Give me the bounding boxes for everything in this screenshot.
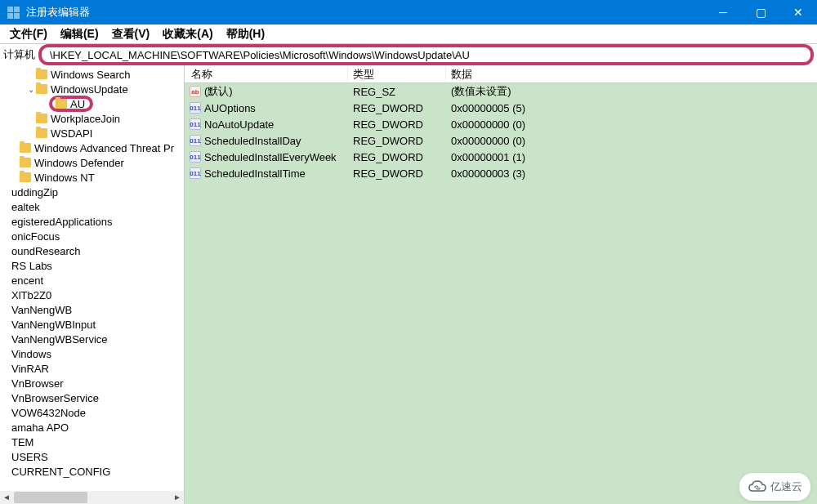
tree-label: ealtek (11, 201, 40, 213)
tree-item[interactable]: Windows Search (0, 67, 184, 82)
maximize-button[interactable]: ▢ (742, 0, 779, 25)
string-value-icon: ab (190, 86, 201, 97)
value-row[interactable]: 011ScheduledInstallEveryWeekREG_DWORD0x0… (185, 149, 817, 165)
tree-item[interactable]: VanNengWB (0, 302, 184, 317)
tree-label: VnBrowserService (11, 392, 99, 404)
tree-item[interactable]: ⌄WindowsUpdate (0, 82, 184, 96)
tree-label: VOW6432Node (11, 407, 86, 419)
tree-item[interactable]: uddingZip (0, 185, 184, 199)
tree-label: USERS (11, 451, 48, 463)
values-panel: 名称 类型 数据 ab(默认)REG_SZ(数值未设置)011AUOptions… (185, 65, 817, 504)
tree-item[interactable]: WorkplaceJoin (0, 111, 184, 126)
tree-label: Windows Search (51, 69, 131, 81)
tree-item[interactable]: VinRAR (0, 361, 184, 376)
value-name: ScheduledInstallTime (204, 167, 306, 180)
dword-value-icon: 011 (190, 151, 201, 163)
folder-icon (36, 84, 47, 94)
tree-label: VanNengWBService (11, 333, 108, 346)
tree-label: WindowsUpdate (51, 83, 128, 96)
value-data: 0x00000000 (0) (446, 118, 817, 131)
menu-favorites[interactable]: 收藏来(A) (156, 27, 219, 42)
tree-label: Windows NT (34, 172, 95, 184)
tree-item[interactable]: VanNengWBInput (0, 317, 184, 332)
value-row[interactable]: 011ScheduledInstallDayREG_DWORD0x0000000… (185, 132, 817, 149)
address-label: 计算机 (3, 47, 38, 62)
value-type: REG_DWORD (348, 118, 446, 131)
tree-label: VinRAR (11, 363, 49, 375)
tree-label: VanNengWB (11, 304, 72, 316)
column-name[interactable]: 名称 (185, 67, 348, 82)
tree-label: Windows Defender (34, 157, 124, 169)
registry-tree[interactable]: Windows Search⌄WindowsUpdateAUWorkplaceJ… (0, 65, 185, 504)
app-icon (7, 6, 20, 19)
value-name: ScheduledInstallEveryWeek (204, 151, 337, 163)
value-row[interactable]: 011ScheduledInstallTimeREG_DWORD0x000000… (185, 165, 817, 181)
tree-item[interactable]: onicFocus (0, 229, 184, 243)
tree-item[interactable]: TEM (0, 435, 184, 449)
folder-icon (56, 99, 67, 109)
tree-label: egisteredApplications (11, 216, 113, 228)
menu-help[interactable]: 帮助(H) (220, 27, 271, 42)
scroll-left-icon[interactable]: ◄ (0, 491, 13, 504)
column-type[interactable]: 类型 (348, 67, 446, 82)
column-data[interactable]: 数据 (446, 67, 817, 82)
tree-label: onicFocus (11, 230, 60, 243)
tree-item[interactable]: VnBrowserService (0, 390, 184, 405)
menubar: 文件(F) 编辑(E) 查看(V) 收藏来(A) 帮助(H) (0, 25, 817, 44)
menu-file[interactable]: 文件(F) (3, 27, 54, 42)
values-header: 名称 类型 数据 (185, 65, 817, 83)
tree-item[interactable]: CURRENT_CONFIG (0, 464, 184, 479)
tree-item[interactable]: AU (0, 96, 184, 111)
folder-icon (36, 69, 47, 79)
tree-item[interactable]: egisteredApplications (0, 214, 184, 229)
tree-item[interactable]: Vindows (0, 346, 184, 361)
tree-item[interactable]: VnBrowser (0, 376, 184, 390)
cloud-icon (748, 479, 767, 494)
value-type: REG_DWORD (348, 151, 446, 163)
window-controls: ─ ▢ ✕ (704, 0, 817, 25)
value-name: (默认) (204, 84, 233, 99)
folder-icon (36, 128, 47, 138)
tree-item[interactable]: amaha APO (0, 420, 184, 435)
tree-item[interactable]: WSDAPI (0, 126, 184, 140)
minimize-button[interactable]: ─ (704, 0, 742, 25)
value-row[interactable]: 011NoAutoUpdateREG_DWORD0x00000000 (0) (185, 116, 817, 132)
value-name: AUOptions (204, 102, 256, 114)
address-input[interactable] (50, 49, 802, 61)
value-name: NoAutoUpdate (204, 118, 274, 131)
tree-scrollbar[interactable]: ◄ ► (0, 491, 184, 504)
tree-item[interactable]: VOW6432Node (0, 405, 184, 420)
tree-item[interactable]: Windows Advanced Threat Pr (0, 140, 184, 155)
close-button[interactable]: ✕ (779, 0, 817, 25)
tree-label: TEM (11, 436, 33, 448)
value-row[interactable]: ab(默认)REG_SZ(数值未设置) (185, 83, 817, 100)
dword-value-icon: 011 (190, 118, 201, 130)
tree-item[interactable]: Windows NT (0, 170, 184, 185)
scroll-right-icon[interactable]: ► (171, 491, 184, 504)
tree-item[interactable]: oundResearch (0, 243, 184, 258)
tree-label: encent (11, 274, 43, 287)
value-data: 0x00000001 (1) (446, 151, 817, 163)
tree-item[interactable]: VanNengWBService (0, 332, 184, 346)
value-name: ScheduledInstallDay (204, 135, 301, 147)
tree-label: Windows Advanced Threat Pr (34, 142, 174, 154)
tree-item[interactable]: RS Labs (0, 258, 184, 273)
tree-item[interactable]: encent (0, 273, 184, 288)
value-row[interactable]: 011AUOptionsREG_DWORD0x00000005 (5) (185, 100, 817, 116)
tree-item[interactable]: XlTb2Z0 (0, 288, 184, 302)
window-titlebar: 注册表编辑器 ─ ▢ ✕ (0, 0, 817, 25)
tree-label: oundResearch (11, 245, 81, 257)
watermark: 亿速云 (739, 473, 810, 501)
tree-label: WorkplaceJoin (51, 113, 120, 125)
tree-label: Vindows (11, 348, 51, 360)
tree-item[interactable]: ealtek (0, 199, 184, 214)
window-title: 注册表编辑器 (26, 5, 704, 20)
menu-view[interactable]: 查看(V) (105, 27, 157, 42)
main-content: Windows Search⌄WindowsUpdateAUWorkplaceJ… (0, 65, 817, 504)
value-data: 0x00000003 (3) (446, 167, 817, 180)
tree-item[interactable]: Windows Defender (0, 155, 184, 170)
tree-item[interactable]: USERS (0, 449, 184, 464)
folder-icon (20, 158, 31, 167)
menu-edit[interactable]: 编辑(E) (54, 27, 105, 42)
scroll-thumb[interactable] (14, 492, 87, 503)
